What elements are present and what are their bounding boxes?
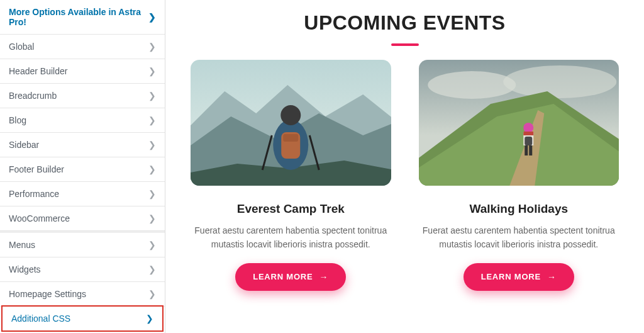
arrow-right-icon: → bbox=[319, 272, 329, 282]
sidebar-item-performance[interactable]: Performance ❯ bbox=[0, 182, 165, 206]
event-card: Everest Camp Trek Fuerat aestu carentem … bbox=[191, 60, 391, 291]
learn-more-button[interactable]: LEARN MORE → bbox=[235, 263, 346, 291]
sidebar-item-global[interactable]: Global ❯ bbox=[0, 35, 165, 59]
highlight-annotation: Additional CSS ❯ bbox=[1, 305, 164, 332]
chevron-right-icon: ❯ bbox=[148, 42, 156, 52]
card-description: Fuerat aestu carentem habentia spectent … bbox=[191, 223, 391, 252]
sidebar-item-label: Homepage Settings bbox=[9, 289, 86, 299]
svg-point-16 bbox=[523, 123, 533, 133]
event-card: Walking Holidays Fuerat aestu carentem h… bbox=[419, 60, 619, 291]
preview-pane: UPCOMING EVENTS bbox=[165, 0, 644, 333]
sidebar-item-label: Menus bbox=[9, 240, 35, 250]
sidebar-item-label: Global bbox=[9, 42, 34, 52]
arrow-right-icon: → bbox=[547, 272, 557, 282]
sidebar-item-additional-css[interactable]: Additional CSS ❯ bbox=[3, 307, 162, 330]
button-label: LEARN MORE bbox=[481, 272, 541, 281]
chevron-right-icon: ❯ bbox=[148, 213, 156, 223]
svg-point-5 bbox=[280, 105, 301, 125]
sidebar-item-label: More Options Available in Astra Pro! bbox=[9, 7, 148, 27]
learn-more-button[interactable]: LEARN MORE → bbox=[464, 263, 574, 291]
sidebar-item-blog[interactable]: Blog ❯ bbox=[0, 108, 165, 133]
chevron-right-icon: ❯ bbox=[148, 115, 156, 125]
sidebar-item-header-builder[interactable]: Header Builder ❯ bbox=[0, 59, 165, 84]
sidebar-item-label: WooCommerce bbox=[9, 213, 70, 223]
card-title: Walking Holidays bbox=[469, 202, 568, 216]
sidebar-item-label: Header Builder bbox=[9, 66, 67, 76]
button-label: LEARN MORE bbox=[253, 272, 313, 281]
sidebar-item-homepage-settings[interactable]: Homepage Settings ❯ bbox=[0, 282, 165, 307]
svg-rect-18 bbox=[523, 132, 533, 135]
svg-rect-19 bbox=[525, 137, 532, 145]
sidebar-item-astra-pro[interactable]: More Options Available in Astra Pro! ❯ bbox=[0, 0, 165, 35]
svg-rect-21 bbox=[529, 145, 532, 155]
chevron-right-icon: ❯ bbox=[148, 264, 156, 274]
card-title: Everest Camp Trek bbox=[237, 202, 345, 216]
sidebar-item-label: Breadcrumb bbox=[9, 91, 57, 101]
chevron-right-icon: ❯ bbox=[148, 91, 156, 101]
sidebar-item-label: Blog bbox=[9, 115, 26, 125]
sidebar-item-label: Sidebar bbox=[9, 140, 39, 150]
section-heading: UPCOMING EVENTS bbox=[191, 11, 619, 35]
chevron-right-icon: ❯ bbox=[148, 164, 156, 174]
customizer-sidebar: More Options Available in Astra Pro! ❯ G… bbox=[0, 0, 165, 333]
svg-rect-7 bbox=[283, 134, 298, 142]
sidebar-item-woocommerce[interactable]: WooCommerce ❯ bbox=[0, 206, 165, 231]
svg-rect-20 bbox=[525, 145, 528, 155]
chevron-right-icon: ❯ bbox=[148, 12, 156, 22]
card-image bbox=[419, 60, 619, 186]
chevron-right-icon: ❯ bbox=[148, 140, 156, 150]
card-image bbox=[191, 60, 391, 186]
sidebar-item-label: Widgets bbox=[9, 264, 41, 274]
sidebar-item-breadcrumb[interactable]: Breadcrumb ❯ bbox=[0, 84, 165, 108]
svg-point-12 bbox=[503, 65, 616, 98]
sidebar-item-menus[interactable]: Menus ❯ bbox=[0, 233, 165, 257]
sidebar-item-footer-builder[interactable]: Footer Builder ❯ bbox=[0, 157, 165, 182]
chevron-right-icon: ❯ bbox=[148, 189, 156, 199]
chevron-right-icon: ❯ bbox=[148, 289, 156, 299]
sidebar-item-widgets[interactable]: Widgets ❯ bbox=[0, 257, 165, 282]
cards-container: Everest Camp Trek Fuerat aestu carentem … bbox=[191, 60, 619, 291]
svg-point-11 bbox=[428, 71, 516, 99]
chevron-right-icon: ❯ bbox=[146, 313, 153, 324]
heading-underline bbox=[391, 43, 419, 46]
sidebar-item-sidebar[interactable]: Sidebar ❯ bbox=[0, 133, 165, 157]
chevron-right-icon: ❯ bbox=[148, 66, 156, 76]
sidebar-item-label: Footer Builder bbox=[9, 164, 64, 174]
chevron-right-icon: ❯ bbox=[148, 240, 156, 250]
card-description: Fuerat aestu carentem habentia spectent … bbox=[419, 223, 619, 252]
sidebar-item-label: Additional CSS bbox=[11, 313, 70, 324]
sidebar-item-label: Performance bbox=[9, 189, 59, 199]
